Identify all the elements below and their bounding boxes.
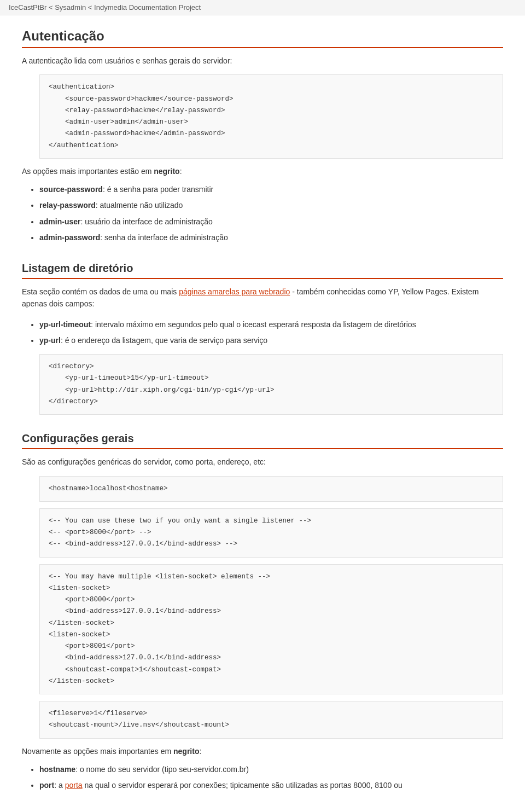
listagem-code: <directory> <yp-url-timeout>15</yp-url-t…	[39, 354, 503, 415]
autenticacao-code: <authentication> <source-password>hackme…	[39, 74, 503, 159]
configuracoes-bullets: hostname: o nome do seu servidor (tipo s…	[39, 763, 503, 792]
breadcrumb: IceCastPtBr < Sysadmin < Indymedia Docum…	[9, 3, 201, 11]
listagem-intro: Esta seção contém os dados de uma ou mai…	[22, 286, 503, 310]
main-content: Autenticação A autenticação lida com usu…	[0, 15, 525, 812]
configuracoes-code2: <-- You can use these two if you only wa…	[39, 508, 503, 558]
configuracoes-code3: <-- You may have multiple <listen-socket…	[39, 564, 503, 695]
configuracoes-code1: <hostname>localhost<hostname>	[39, 476, 503, 502]
configuracoes-outro: Novamente as opções mais importantes em …	[22, 745, 503, 757]
section-title-autenticacao: Autenticação	[22, 28, 503, 48]
list-item: source-password: é a senha para poder tr…	[39, 183, 503, 196]
list-item: relay-password: atualmente não utilizado	[39, 199, 503, 212]
list-item: port: a porta na qual o servidor esperar…	[39, 779, 503, 792]
configuracoes-intro: São as configurações genéricas do servid…	[22, 456, 503, 468]
list-item: hostname: o nome do seu servidor (tipo s…	[39, 763, 503, 776]
autenticacao-bullets: source-password: é a senha para poder tr…	[39, 183, 503, 245]
autenticacao-options-intro: As opções mais importantes estão em negr…	[22, 165, 503, 177]
breadcrumb-bar: IceCastPtBr < Sysadmin < Indymedia Docum…	[0, 0, 525, 15]
list-item: admin-user: usuário da interface de admi…	[39, 215, 503, 229]
autenticacao-intro: A autenticação lida com usuários e senha…	[22, 55, 503, 67]
section-title-configuracoes: Configurações gerais	[22, 432, 503, 449]
listagem-bullets: yp-url-timeout: intervalo máximo em segu…	[39, 318, 503, 347]
list-item: admin-password: senha da interface de ad…	[39, 231, 503, 245]
yp-link[interactable]: páginas amarelas para webradio	[179, 287, 290, 296]
section-title-listagem: Listagem de diretório	[22, 262, 503, 279]
configuracoes-code4: <fileserve>1</fileserve> <shoutcast-moun…	[39, 701, 503, 739]
list-item: yp-url-timeout: intervalo máximo em segu…	[39, 318, 503, 332]
list-item: yp-url: é o endereço da listagem, que va…	[39, 334, 503, 347]
porta-link[interactable]: porta	[65, 781, 83, 790]
